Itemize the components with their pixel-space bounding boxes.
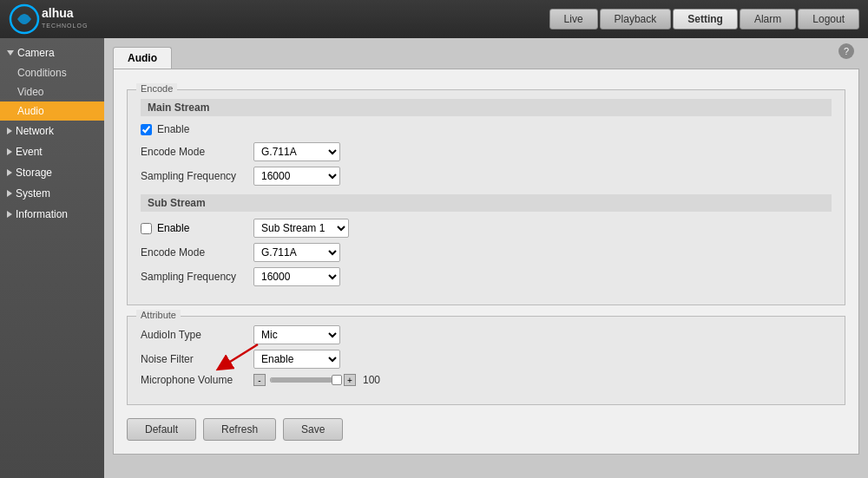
refresh-button[interactable]: Refresh [203, 418, 276, 441]
sidebar-item-audio[interactable]: Audio [0, 101, 104, 121]
sidebar: Camera Conditions Video Audio Network Ev… [0, 38, 104, 478]
nav-playback-button[interactable]: Playback [600, 9, 672, 29]
svg-text:alhua: alhua [42, 6, 74, 20]
sub-encode-mode-label: Encode Mode [141, 246, 253, 259]
slider-fill [271, 378, 339, 382]
content-area: Audio ? Encode Main Stream Enable Encode… [104, 38, 868, 478]
sidebar-section-information[interactable]: Information [0, 204, 104, 225]
information-expand-icon [7, 211, 12, 218]
logo: alhua TECHNOLOGY [9, 3, 87, 35]
sub-stream-enable-label: Enable [157, 222, 189, 234]
system-expand-icon [7, 190, 12, 197]
sub-stream-enable-row: Enable Sub Stream 1 Sub Stream 2 [141, 219, 832, 238]
audioin-type-row: AudioIn Type Mic LineIn [141, 325, 832, 344]
sidebar-section-storage[interactable]: Storage [0, 162, 104, 183]
main-stream-enable-row: Enable [141, 123, 832, 135]
slider-increase-button[interactable]: + [344, 374, 356, 386]
encode-section: Encode Main Stream Enable Encode Mode G.… [127, 89, 845, 305]
sub-sampling-freq-label: Sampling Frequency [141, 271, 253, 283]
help-icon[interactable]: ? [838, 43, 854, 59]
topbar: alhua TECHNOLOGY Live Playback Setting A… [0, 0, 868, 38]
main: Camera Conditions Video Audio Network Ev… [0, 38, 868, 478]
main-sampling-freq-select[interactable]: 16000 8000 [253, 167, 340, 186]
sidebar-event-label: Event [16, 146, 43, 158]
sub-encode-mode-row: Encode Mode G.711A G.711Mu AAC [141, 243, 832, 262]
main-sampling-freq-label: Sampling Frequency [141, 170, 253, 182]
main-stream-enable-label: Enable [157, 123, 189, 135]
main-encode-mode-select[interactable]: G.711A G.711Mu AAC G.726 [253, 142, 340, 161]
main-encode-mode-label: Encode Mode [141, 146, 253, 158]
event-expand-icon [7, 148, 12, 155]
audioin-type-select[interactable]: Mic LineIn [253, 325, 340, 344]
sub-encode-mode-select[interactable]: G.711A G.711Mu AAC [253, 243, 340, 262]
nav-buttons: Live Playback Setting Alarm Logout [549, 9, 859, 29]
audioin-type-label: AudioIn Type [141, 329, 253, 341]
sidebar-section-camera[interactable]: Camera [0, 43, 104, 63]
sidebar-item-video[interactable]: Video [0, 82, 104, 101]
sidebar-network-label: Network [16, 125, 54, 137]
main-stream-header: Main Stream [141, 99, 832, 116]
mic-volume-row: Microphone Volume - + 100 [141, 374, 832, 386]
mic-volume-value: 100 [363, 374, 380, 386]
attribute-section: Attribute AudioIn Type Mic LineIn [127, 316, 845, 405]
save-button[interactable]: Save [283, 418, 343, 441]
sidebar-information-label: Information [16, 208, 68, 220]
main-sampling-freq-row: Sampling Frequency 16000 8000 [141, 167, 832, 186]
sub-stream-header: Sub Stream [141, 194, 832, 212]
sidebar-section-network[interactable]: Network [0, 121, 104, 141]
sub-stream-select[interactable]: Sub Stream 1 Sub Stream 2 [253, 219, 349, 238]
camera-expand-icon [7, 50, 14, 56]
nav-logout-button[interactable]: Logout [798, 9, 859, 29]
tab-bar: Audio [113, 47, 859, 69]
attribute-section-title: Attribute [136, 310, 181, 320]
volume-slider-track[interactable] [270, 377, 339, 383]
main-panel: ? Encode Main Stream Enable Encode Mode … [113, 69, 859, 455]
sub-sampling-freq-row: Sampling Frequency 16000 8000 [141, 267, 832, 286]
sidebar-section-system[interactable]: System [0, 183, 104, 204]
encode-section-title: Encode [136, 83, 177, 94]
noise-filter-row: Noise Filter Enable Disable [141, 350, 832, 369]
slider-decrease-button[interactable]: - [253, 374, 266, 386]
sidebar-camera-label: Camera [17, 47, 55, 59]
main-encode-mode-row: Encode Mode G.711A G.711Mu AAC G.726 [141, 142, 832, 161]
nav-setting-button[interactable]: Setting [673, 9, 738, 29]
tab-audio[interactable]: Audio [113, 47, 172, 69]
action-buttons: Default Refresh Save [127, 418, 845, 441]
audio-label: Audio [17, 105, 44, 117]
svg-text:TECHNOLOGY: TECHNOLOGY [42, 23, 87, 29]
conditions-label: Conditions [17, 67, 67, 79]
main-stream-enable-checkbox[interactable] [141, 124, 152, 135]
nav-alarm-button[interactable]: Alarm [740, 9, 796, 29]
sidebar-storage-label: Storage [16, 167, 52, 179]
sidebar-item-conditions[interactable]: Conditions [0, 63, 104, 82]
slider-thumb[interactable] [332, 375, 342, 385]
nav-live-button[interactable]: Live [549, 9, 598, 29]
sub-sampling-freq-select[interactable]: 16000 8000 [253, 267, 340, 286]
network-expand-icon [7, 128, 12, 134]
logo-icon: alhua TECHNOLOGY [9, 3, 87, 35]
mic-volume-slider-container: - + 100 [253, 374, 380, 386]
sidebar-section-event[interactable]: Event [0, 141, 104, 162]
storage-expand-icon [7, 169, 12, 176]
sidebar-system-label: System [16, 187, 50, 200]
mic-volume-label: Microphone Volume [141, 374, 253, 386]
noise-filter-label: Noise Filter [141, 353, 253, 365]
video-label: Video [17, 86, 43, 98]
noise-filter-select[interactable]: Enable Disable [253, 350, 340, 369]
sub-stream-enable-checkbox[interactable] [141, 223, 152, 234]
default-button[interactable]: Default [127, 418, 196, 441]
